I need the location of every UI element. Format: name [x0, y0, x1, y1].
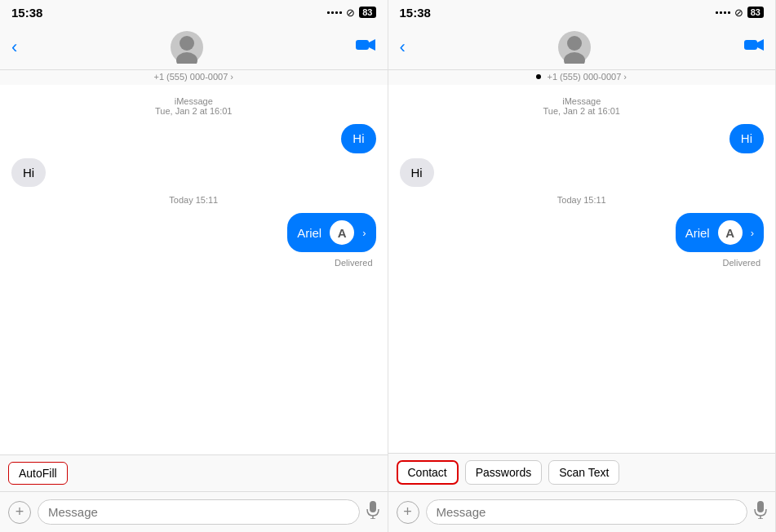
today-label-left: Today 15:11 [11, 195, 376, 205]
status-icons-left: ⊘ 83 [327, 7, 375, 19]
status-time-right: 15:38 [400, 6, 431, 20]
avatar-person-icon-left [171, 31, 203, 64]
ariel-bubble-left[interactable]: Ariel A › [287, 213, 375, 252]
dot-indicator-right [536, 74, 541, 79]
svg-rect-4 [370, 501, 376, 512]
video-call-button-right[interactable] [744, 38, 764, 56]
ariel-name-left: Ariel [297, 226, 321, 240]
ariel-chevron-icon-right: › [751, 227, 754, 239]
left-phone-panel: 15:38 ⊘ 83 ‹ [0, 0, 388, 532]
right-phone-panel: 15:38 ⊘ 83 ‹ [388, 0, 777, 532]
back-button-right[interactable]: ‹ [400, 37, 406, 58]
phone-number-right: +1 (555) 000-0007 › [547, 72, 627, 82]
svg-point-7 [567, 36, 582, 51]
nav-center-right [558, 31, 591, 64]
phone-number-left: +1 (555) 000-0007 › [153, 72, 233, 82]
wifi-icon-left: ⊘ [346, 7, 355, 19]
today-label-right: Today 15:11 [400, 195, 765, 205]
message-input-right[interactable] [426, 499, 748, 525]
message-input-left[interactable] [38, 499, 360, 525]
status-time-left: 15:38 [11, 6, 42, 20]
signal-icon-right [716, 11, 730, 14]
svg-point-0 [180, 36, 194, 51]
message-row-hi-left-left: Hi [11, 158, 376, 188]
ariel-message-row-right: Ariel A › [400, 213, 765, 252]
bubble-hi-gray-right: Hi [400, 158, 434, 188]
nav-bar-right: ‹ [388, 24, 776, 70]
avatar-left [171, 31, 203, 64]
contact-chip-button[interactable]: Contact [397, 460, 459, 485]
svg-rect-9 [744, 40, 757, 50]
messages-area-left: iMessage Tue, Jan 2 at 16:01 Hi Hi Today… [0, 85, 388, 454]
date-label-left: iMessage Tue, Jan 2 at 16:01 [11, 96, 376, 116]
nav-center-left [171, 31, 203, 64]
video-call-button-left[interactable] [356, 38, 375, 56]
scan-text-chip-button[interactable]: Scan Text [548, 460, 619, 485]
status-bar-right: 15:38 ⊘ 83 [388, 0, 776, 24]
bubble-hi-gray-left: Hi [11, 158, 46, 188]
avatar-right [558, 31, 591, 64]
svg-marker-3 [369, 39, 375, 51]
back-button-left[interactable]: ‹ [11, 37, 17, 58]
svg-point-8 [564, 52, 585, 64]
bubble-hi-blue-right: Hi [729, 124, 764, 153]
message-row-hi-left-right: Hi [400, 158, 765, 188]
ariel-bubble-right[interactable]: Ariel A › [676, 213, 764, 252]
add-button-right[interactable]: + [397, 501, 419, 524]
input-area-right: + [388, 491, 776, 532]
contact-label-left: +1 (555) 000-0007 › [0, 70, 388, 85]
wifi-icon-right: ⊘ [734, 7, 743, 19]
message-row-hi-right-right: Hi [400, 124, 765, 153]
battery-left: 83 [359, 7, 375, 18]
date-label-right: iMessage Tue, Jan 2 at 16:01 [400, 96, 765, 116]
svg-rect-11 [757, 501, 764, 512]
svg-point-1 [176, 52, 197, 64]
mic-button-left[interactable] [366, 501, 379, 523]
messages-area-right: iMessage Tue, Jan 2 at 16:01 Hi Hi Today… [388, 85, 776, 453]
status-bar-left: 15:38 ⊘ 83 [0, 0, 388, 24]
svg-rect-2 [356, 40, 369, 50]
ariel-name-right: Ariel [685, 226, 710, 240]
contact-label-right: +1 (555) 000-0007 › [388, 70, 776, 85]
mic-button-right[interactable] [754, 501, 767, 523]
battery-right: 83 [747, 7, 764, 18]
ariel-avatar-left: A [330, 220, 354, 245]
avatar-person-icon-right [558, 31, 591, 64]
svg-marker-10 [757, 39, 764, 51]
message-row-hi-right-left: Hi [11, 124, 376, 153]
ariel-message-row-left: Ariel A › [11, 213, 376, 252]
autofill-bar-left: AutoFill [0, 454, 388, 491]
add-button-left[interactable]: + [8, 501, 31, 524]
status-icons-right: ⊘ 83 [716, 7, 764, 19]
signal-icon-left [327, 11, 342, 14]
bubble-hi-blue-left: Hi [341, 124, 375, 153]
autofill-chip-button[interactable]: AutoFill [8, 462, 68, 485]
delivered-label-right: Delivered [400, 258, 765, 268]
passwords-chip-button[interactable]: Passwords [465, 460, 542, 485]
input-area-left: + [0, 491, 388, 532]
nav-bar-left: ‹ [0, 24, 388, 70]
chips-bar-right: Contact Passwords Scan Text [388, 453, 776, 491]
delivered-label-left: Delivered [11, 258, 376, 268]
ariel-chevron-icon-left: › [362, 227, 366, 239]
ariel-avatar-right: A [718, 220, 743, 245]
